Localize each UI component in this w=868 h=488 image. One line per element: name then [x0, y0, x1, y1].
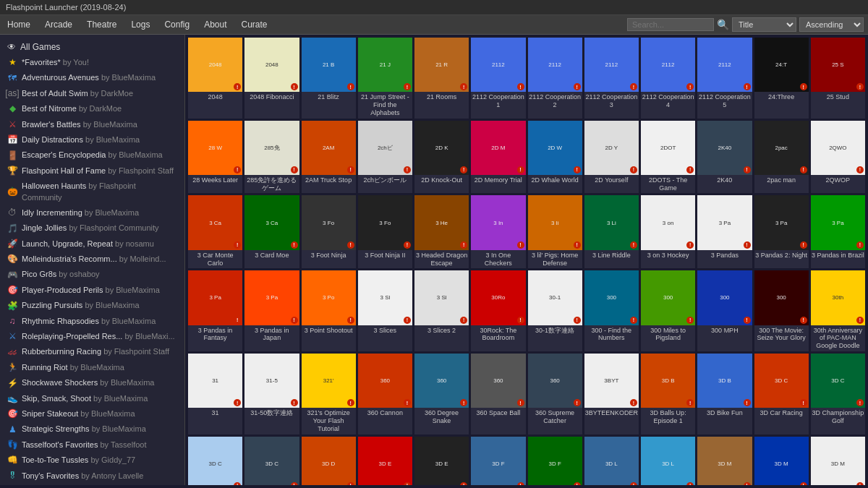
sidebar-item-tony[interactable]: 🎖 Tony's Favorites by Antony Lavelle: [0, 468, 184, 484]
game-tile[interactable]: 3 Ca ! 3 Car Monte Carlo: [188, 195, 242, 268]
game-tile[interactable]: 2048 ! 2048 Fibonacci: [244, 38, 299, 119]
sidebar-item-brawlers[interactable]: ⚔ Brawler's Battles by BlueMaxima: [0, 117, 184, 132]
menu-config[interactable]: Config: [161, 18, 192, 31]
search-input[interactable]: [627, 18, 714, 31]
game-tile[interactable]: 21 B ! 21 Blitz: [302, 38, 356, 119]
game-tile[interactable]: 3D F ! 3D Frogger: [528, 437, 582, 485]
game-tile[interactable]: 2AM ! 2AM Truck Stop: [302, 121, 356, 194]
game-tile[interactable]: 2chビ ! 2chビンボール: [358, 121, 412, 194]
game-tile[interactable]: 3D F ! 3D Flight Sim: [471, 437, 525, 485]
sidebar-item-hof[interactable]: 🏆 Flashpoint Hall of Fame by Flashpoint …: [0, 163, 184, 179]
sidebar-item-sniper[interactable]: 🎯 Sniper Stakeout by BlueMaxima: [0, 406, 184, 421]
sidebar-item-puzzling[interactable]: 🧩 Puzzling Pursuits by BlueMaxima: [0, 298, 184, 313]
game-tile[interactable]: 21 R ! 21 Rooms: [414, 38, 469, 119]
game-tile[interactable]: 3 Pa ! 3 Pandas in Fantasy: [188, 270, 242, 351]
sidebar-item-escapers[interactable]: 🚪 Escaper's Encyclopedia by BlueMaxima: [0, 147, 184, 163]
game-tile[interactable]: 3 on ! 3 on 3 Hockey: [641, 195, 695, 268]
game-tile[interactable]: 3 Sl ! 3 Slices: [358, 270, 412, 351]
game-tile[interactable]: 2048 ! 2048: [188, 38, 242, 119]
game-tile[interactable]: 2112 ! 2112 Cooperation 3: [584, 38, 639, 119]
game-tile[interactable]: 3 Li ! 3 Line Riddle: [584, 195, 639, 268]
game-tile[interactable]: 25 S ! 25 Stud: [811, 38, 865, 119]
menu-home[interactable]: Home: [4, 18, 33, 31]
sidebar-all-games[interactable]: 👁 All Games: [0, 39, 184, 55]
sidebar-item-running[interactable]: 🏃 Running Riot by BlueMaxima: [0, 360, 184, 375]
game-tile[interactable]: 30-1 ! 30-1数字連絡: [528, 270, 582, 351]
game-tile[interactable]: 3D M ! 3D Minesweeper: [811, 437, 865, 485]
game-tile[interactable]: 360 ! 360 Supreme Catcher: [528, 354, 582, 435]
sidebar-item-rubberburning[interactable]: 🏎 Rubberburning Racing by Flashpoint Sta…: [0, 344, 184, 359]
game-tile[interactable]: 3 li ! 3 lil' Pigs: Home Defense: [528, 195, 582, 268]
sidebar-item-rhythmic[interactable]: ♫ Rhythmic Rhapsodies by BlueMaxima: [0, 314, 184, 329]
game-tile[interactable]: 21 J ! 21 Jump Street - Find the Alphabe…: [358, 38, 412, 119]
game-tile[interactable]: 3 Pa ! 3 Pandas: [697, 195, 752, 268]
sidebar-item-adult-swim[interactable]: [as] Best of Adult Swim by DarkMoe: [0, 86, 184, 101]
sidebar-item-daily[interactable]: 📅 Daily Distractions by BlueMaxima: [0, 132, 184, 147]
game-tile[interactable]: 2K40 ! 2K40: [697, 121, 752, 194]
game-tile[interactable]: 3 In ! 3 In One Checkers: [471, 195, 525, 268]
menu-about[interactable]: About: [201, 18, 229, 31]
sort-order-select[interactable]: Ascending Descending: [799, 17, 864, 32]
game-tile[interactable]: 285免 ! 285免許を進めるゲーム: [244, 121, 299, 194]
game-tile[interactable]: 2DOT ! 2DOTS - The Game: [641, 121, 695, 194]
game-tile[interactable]: 3D C ! 3D Championship Golf: [811, 354, 865, 435]
sidebar-item-toe[interactable]: 👊 Toe-to-Toe Tussles by Giddy_77: [0, 453, 184, 468]
game-tile[interactable]: 2112 ! 2112 Cooperation 2: [528, 38, 582, 119]
game-tile[interactable]: 28 W ! 28 Weeks Later: [188, 121, 242, 194]
game-tile[interactable]: 321' ! 321's Optimize Your Flash Tutoria…: [302, 354, 356, 435]
game-tile[interactable]: 3D D ! 3D Driver: [302, 437, 356, 485]
game-tile[interactable]: 3D C ! 3D City Racer: [244, 437, 299, 485]
game-tile[interactable]: 3D L ! 3D Logic 2: [641, 437, 695, 485]
sidebar-item-roleplaying[interactable]: ⚔ Roleplaying-Propelled Res... by BlueMa…: [0, 329, 184, 344]
sort-by-select[interactable]: Title Date Added Developer: [732, 17, 796, 32]
game-tile[interactable]: 300 ! 300 - Find the Numbers: [584, 270, 639, 351]
game-tile[interactable]: 360 ! 360 Cannon: [358, 354, 412, 435]
game-tile[interactable]: 31 ! 31: [188, 354, 242, 435]
game-tile[interactable]: 31-5 ! 31-50数字連絡: [244, 354, 299, 435]
game-tile[interactable]: 3 Pa ! 3 Pandas in Japan: [244, 270, 299, 351]
game-tile[interactable]: 3D M ! 3D Micro Wars: [754, 437, 809, 485]
sidebar-item-player[interactable]: 🎯 Player-Produced Perils by BlueMaxima: [0, 283, 184, 298]
game-tile[interactable]: 300 ! 300 The Movie: Seize Your Glory: [754, 270, 809, 351]
menu-logs[interactable]: Logs: [128, 18, 153, 31]
sidebar-item-strategic[interactable]: ♟ Strategic Strengths by BlueMaxima: [0, 421, 184, 437]
sidebar-item-idly[interactable]: ⏱ Idly Incrementing by BlueMaxima: [0, 205, 184, 221]
sidebar-item-launch[interactable]: 🚀 Launch, Upgrade, Repeat by nosamu: [0, 236, 184, 252]
game-tile[interactable]: 2112 ! 2112 Cooperation 5: [697, 38, 752, 119]
game-tile[interactable]: 2QWO ! 2QWOP: [811, 121, 865, 194]
sidebar-item-adventurous[interactable]: 🗺 Adventurous Avenues by BlueMaxima: [0, 70, 184, 85]
game-tile[interactable]: 3D B ! 3D Bike Fun: [697, 354, 752, 435]
game-tile[interactable]: 2112 ! 2112 Cooperation 4: [641, 38, 695, 119]
game-tile[interactable]: 3 Pa ! 3 Pandas 2: Night: [754, 195, 809, 268]
game-tile[interactable]: 3 Fo ! 3 Foot Ninja: [302, 195, 356, 268]
sidebar-item-shockwave[interactable]: ⚡ Shockwave Shockers by BlueMaxima: [0, 375, 184, 390]
game-tile[interactable]: 300 ! 300 Miles to Pigsland: [641, 270, 695, 351]
game-tile[interactable]: 24:T ! 24:Three: [754, 38, 809, 119]
game-tile[interactable]: 3D E ! 3D Extreme Racing: [414, 437, 469, 485]
content-area[interactable]: 2048 ! 2048 2048 ! 2048 Fibonacci 21 B !…: [185, 35, 868, 485]
sidebar-item-tasselfoot[interactable]: 👣 Tasselfoot's Favorites by Tasselfoot: [0, 437, 184, 453]
game-tile[interactable]: 2D W ! 2D Whale World: [528, 121, 582, 194]
game-tile[interactable]: 30Ro ! 30Rock: The Boardroom: [471, 270, 525, 351]
game-tile[interactable]: 30th ! 30th Anniversary of PAC-MAN Googl…: [811, 270, 865, 351]
game-tile[interactable]: 3D C ! 3D City: [188, 437, 242, 485]
game-tile[interactable]: 3 He ! 3 Headed Dragon Escape: [414, 195, 469, 268]
sidebar-item-favorites[interactable]: ★ *Favorites* by You!: [0, 55, 184, 70]
game-tile[interactable]: 2D Y ! 2D Yourself: [584, 121, 639, 194]
game-tile[interactable]: 2D K ! 2D Knock-Out: [414, 121, 469, 194]
game-tile[interactable]: 3D E ! 3D Etch a Sketch: [358, 437, 412, 485]
game-tile[interactable]: 3D B ! 3D Balls Up: Episode 1: [641, 354, 695, 435]
game-tile[interactable]: 3D L ! 3D Logic: [584, 437, 639, 485]
sidebar-item-skip[interactable]: 👟 Skip, Smack, Shoot by BlueMaxima: [0, 391, 184, 406]
game-tile[interactable]: 3 Po ! 3 Point Shootout: [302, 270, 356, 351]
game-tile[interactable]: 3D M ! 3D Maze: [697, 437, 752, 485]
game-tile[interactable]: 2D M ! 2D Memory Trial: [471, 121, 525, 194]
game-tile[interactable]: 3 Sl ! 3 Slices 2: [414, 270, 469, 351]
game-tile[interactable]: 3 Ca ! 3 Card Moe: [244, 195, 299, 268]
game-tile[interactable]: 360 ! 360 Degree Snake: [414, 354, 469, 435]
game-tile[interactable]: 3 Pa ! 3 Pandas in Brazil: [811, 195, 865, 268]
sidebar-item-molle[interactable]: 🎨 Molleindustria's Recomm... by Molleind…: [0, 252, 184, 267]
game-tile[interactable]: 2pac ! 2pac man: [754, 121, 809, 194]
menu-arcade[interactable]: Arcade: [42, 18, 75, 31]
game-tile[interactable]: 300 ! 300 MPH: [697, 270, 752, 351]
